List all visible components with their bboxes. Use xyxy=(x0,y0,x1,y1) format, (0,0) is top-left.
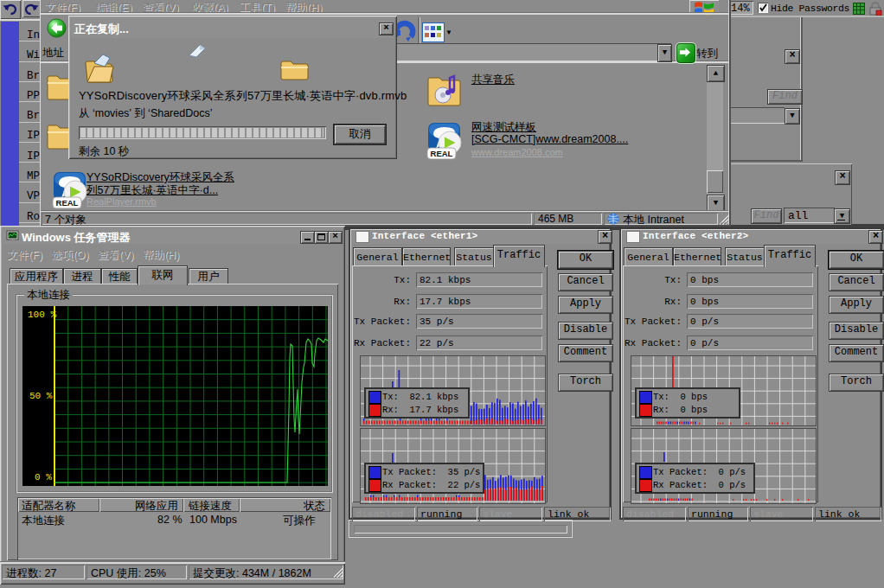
svg-text:REAL: REAL xyxy=(56,198,79,208)
svg-text:REAL: REAL xyxy=(431,149,453,158)
svg-text:0 %: 0 % xyxy=(35,472,52,483)
svg-text:100 %: 100 % xyxy=(28,310,56,320)
svg-text:50 %: 50 % xyxy=(29,391,53,401)
